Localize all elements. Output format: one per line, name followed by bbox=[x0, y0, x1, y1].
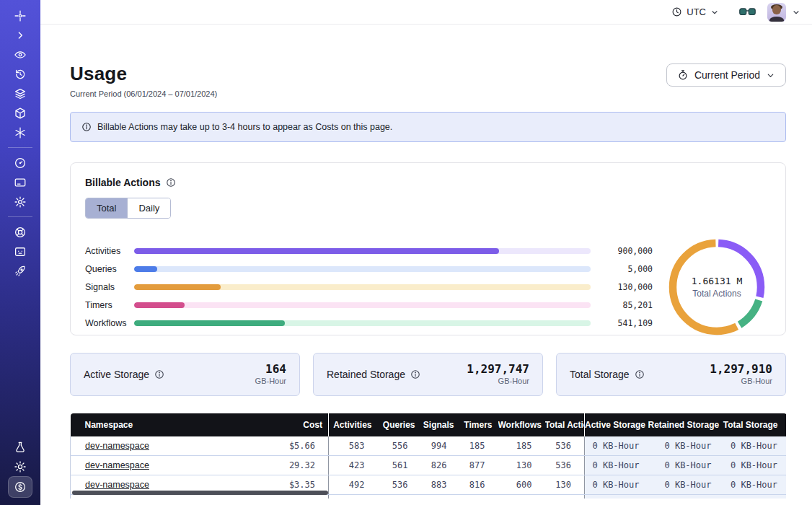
bar-row-queries: Queries 5,000 bbox=[85, 260, 653, 278]
cell-queries: 561 bbox=[378, 456, 421, 475]
sun-icon[interactable] bbox=[8, 457, 32, 476]
expand-sidebar-chevron-icon[interactable] bbox=[8, 25, 32, 45]
info-icon[interactable] bbox=[635, 369, 645, 379]
cube-icon[interactable] bbox=[8, 103, 32, 123]
col-queries[interactable]: Queries bbox=[378, 413, 421, 436]
chevron-down-icon bbox=[710, 8, 719, 17]
bar-label: Timers bbox=[85, 300, 134, 310]
cell-total-storage: 0 KB-Hour bbox=[720, 475, 787, 495]
bar-label: Signals bbox=[85, 282, 134, 292]
info-icon[interactable] bbox=[154, 369, 164, 379]
retained-storage-label: Retained Storage bbox=[327, 369, 405, 380]
temporal-logo[interactable] bbox=[8, 6, 32, 25]
clock-icon bbox=[671, 6, 682, 17]
gear-icon[interactable] bbox=[8, 192, 32, 211]
col-total-storage[interactable]: Total Storage bbox=[720, 413, 787, 436]
bar-track bbox=[134, 320, 591, 326]
chevron-down-icon bbox=[766, 71, 775, 80]
bar-row-timers: Timers 85,201 bbox=[85, 296, 653, 314]
info-icon[interactable] bbox=[166, 177, 176, 188]
tab-total[interactable]: Total bbox=[86, 198, 127, 218]
info-icon bbox=[81, 122, 92, 132]
cell-total-actions: 536 bbox=[545, 436, 585, 456]
bar-value: 85,201 bbox=[602, 300, 653, 310]
sidebar bbox=[0, 0, 40, 505]
retained-storage-card: Retained Storage 1,297,747 GB-Hour bbox=[313, 353, 543, 396]
tab-daily[interactable]: Daily bbox=[127, 198, 170, 218]
timezone-selector[interactable]: UTC bbox=[671, 6, 719, 17]
cell-activities: 423 bbox=[329, 456, 378, 475]
bar-fill bbox=[134, 284, 221, 290]
bar-fill bbox=[134, 248, 499, 254]
bar-track bbox=[134, 302, 591, 308]
active-storage-value: 164 bbox=[255, 363, 286, 376]
current-period-button[interactable]: Current Period bbox=[666, 63, 786, 87]
info-icon[interactable] bbox=[410, 369, 420, 379]
cell-active-storage: 0 KB-Hour bbox=[585, 456, 648, 475]
bar-fill bbox=[134, 302, 185, 308]
gauge-icon[interactable] bbox=[8, 153, 32, 172]
history-icon[interactable] bbox=[8, 64, 32, 84]
col-namespace[interactable]: Namespace bbox=[71, 413, 283, 436]
total-daily-toggle: Total Daily bbox=[85, 198, 171, 219]
bar-row-activities: Activities 900,000 bbox=[85, 242, 653, 260]
namespace-link[interactable]: dev-namespace bbox=[85, 460, 149, 470]
cell-timers: 185 bbox=[460, 436, 498, 456]
cell-signals: 826 bbox=[421, 456, 460, 475]
glasses-icon[interactable] bbox=[739, 7, 756, 17]
cell-total-storage: 0 KB-Hour bbox=[720, 456, 787, 475]
sidebar-divider bbox=[8, 216, 32, 217]
content: Usage Current Period (06/01/2024 – 07/01… bbox=[40, 25, 812, 505]
cell-retained-storage: 0 KB-Hour bbox=[648, 436, 720, 456]
namespace-usage-table: Namespace Cost Activities Queries Signal… bbox=[70, 413, 786, 499]
donut-total-value: 1.66131 M bbox=[692, 276, 742, 286]
col-timers[interactable]: Timers bbox=[460, 413, 498, 436]
bar-label: Workflows bbox=[85, 318, 134, 328]
col-signals[interactable]: Signals bbox=[421, 413, 460, 436]
namespace-link[interactable]: dev-namespace bbox=[85, 441, 149, 451]
page-subtitle: Current Period (06/01/2024 – 07/01/2024) bbox=[70, 89, 217, 98]
bar-value: 5,000 bbox=[602, 264, 653, 274]
total-storage-card: Total Storage 1,297,910 GB-Hour bbox=[556, 353, 786, 396]
cell-signals: 994 bbox=[421, 436, 460, 456]
current-period-label: Current Period bbox=[694, 69, 760, 81]
table-row: dev-namespace $5.66 583 556 994 185 185 … bbox=[71, 436, 787, 456]
col-retained-storage[interactable]: Retained Storage bbox=[648, 413, 720, 436]
bar-row-signals: Signals 130,000 bbox=[85, 278, 653, 296]
bar-value: 541,109 bbox=[602, 318, 653, 328]
col-total-actions[interactable]: Total Actions bbox=[545, 413, 585, 436]
info-banner: Billable Actions may take up to 3-4 hour… bbox=[70, 112, 786, 142]
chevron-down-icon[interactable] bbox=[792, 8, 800, 17]
cell-active-storage: 0 KB-Hour bbox=[585, 436, 648, 456]
cell-retained-storage: 0 KB-Hour bbox=[648, 475, 720, 495]
cell-total-actions: 536 bbox=[545, 456, 585, 475]
eye-icon[interactable] bbox=[8, 45, 32, 64]
bar-fill bbox=[134, 266, 157, 272]
monitor-icon[interactable] bbox=[8, 242, 32, 261]
col-active-storage[interactable]: Active Storage bbox=[585, 413, 648, 436]
col-activities[interactable]: Activities bbox=[329, 413, 378, 436]
namespace-link[interactable]: dev-namespace bbox=[85, 480, 149, 490]
col-cost[interactable]: Cost bbox=[283, 413, 329, 436]
cell-total-actions: 130 bbox=[545, 475, 585, 495]
billable-actions-title: Billable Actions bbox=[85, 177, 161, 188]
layers-icon[interactable] bbox=[8, 84, 32, 103]
lifebuoy-icon[interactable] bbox=[8, 222, 32, 242]
card-icon[interactable] bbox=[8, 172, 32, 192]
cell-workflows: 130 bbox=[498, 456, 545, 475]
cell-timers: 816 bbox=[460, 475, 498, 495]
flask-icon[interactable] bbox=[8, 437, 32, 457]
active-storage-unit: GB-Hour bbox=[255, 377, 286, 385]
rocket-icon[interactable] bbox=[8, 261, 32, 281]
asterisk-icon[interactable] bbox=[8, 123, 32, 142]
main-area: UTC Usage Current Period (06/01/2024 – 0… bbox=[40, 0, 812, 505]
active-storage-label: Active Storage bbox=[84, 369, 149, 380]
horizontal-scrollbar-thumb[interactable] bbox=[72, 491, 328, 495]
col-workflows[interactable]: Workflows bbox=[498, 413, 545, 436]
cell-queries: 536 bbox=[378, 475, 421, 495]
avatar[interactable] bbox=[767, 3, 786, 22]
storage-cards-row: Active Storage 164 GB-Hour Retained Stor… bbox=[70, 353, 786, 396]
usage-dollar-icon[interactable] bbox=[8, 476, 32, 498]
cell-activities: 583 bbox=[329, 436, 378, 456]
info-banner-text: Billable Actions may take up to 3-4 hour… bbox=[97, 122, 392, 132]
